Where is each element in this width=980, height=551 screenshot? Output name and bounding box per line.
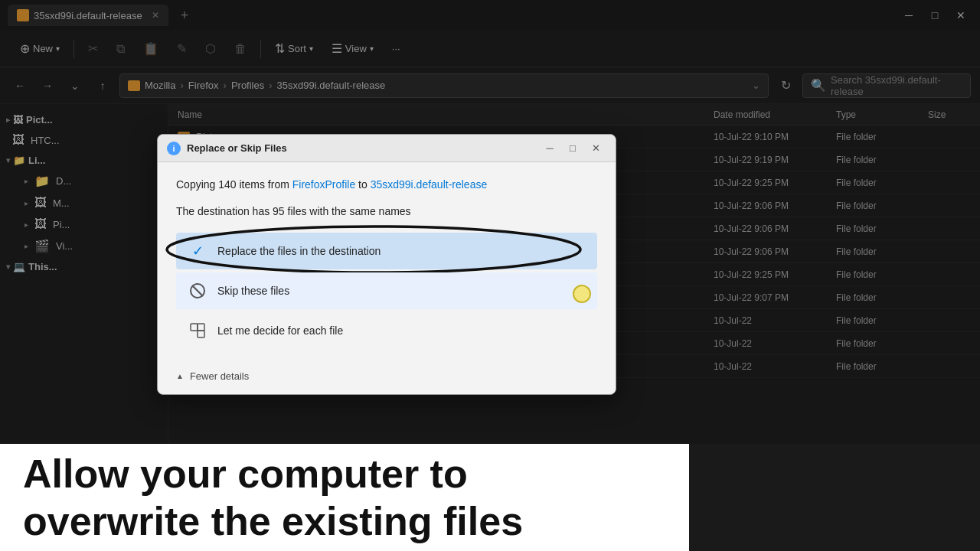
skip-files-label: Skip these files	[217, 285, 289, 297]
decide-files-icon	[187, 320, 208, 341]
subtitle-bar: Allow your computer to overwrite the exi…	[0, 444, 689, 551]
dialog-window-controls: ─ □ ✕	[539, 139, 606, 158]
dialog-close-button[interactable]: ✕	[585, 139, 606, 158]
dialog-copy-info: Copying 140 items from FirefoxProfile to…	[176, 178, 597, 193]
svg-rect-5	[198, 324, 204, 331]
skip-files-icon	[187, 280, 208, 302]
svg-rect-4	[198, 331, 204, 337]
decide-files-option[interactable]: Let me decide for each file	[176, 312, 597, 349]
dialog-title-text: Replace or Skip Files	[187, 142, 533, 154]
replace-files-label: Replace the files in the destination	[217, 245, 381, 257]
fewer-details-label: Fewer details	[190, 370, 249, 382]
source-link[interactable]: FirefoxProfile	[292, 178, 355, 191]
subtitle-text: Allow your computer to overwrite the exi…	[23, 450, 523, 546]
svg-rect-3	[191, 324, 198, 331]
dialog-minimize-button[interactable]: ─	[539, 139, 560, 158]
subtitle-line2: overwrite the existing files	[23, 499, 523, 543]
copy-info-prefix: Copying 140 items from	[176, 178, 292, 191]
fewer-details-chevron-icon: ▲	[176, 372, 184, 380]
dialog-maximize-button[interactable]: □	[562, 139, 583, 158]
subtitle-line1: Allow your computer to	[23, 452, 468, 496]
dest-link[interactable]: 35sxd99i.default-release	[371, 178, 488, 191]
dialog-icon-label: i	[172, 144, 175, 153]
dialog-dest-info: The destination has 95 files with the sa…	[176, 205, 597, 217]
skip-files-option[interactable]: Skip these files	[176, 272, 597, 309]
dialog-info-icon: i	[167, 142, 181, 155]
replace-check-icon: ✓	[187, 240, 208, 262]
dialog-title-bar: i Replace or Skip Files ─ □ ✕	[158, 135, 616, 162]
replace-files-option[interactable]: ✓ Replace the files in the destination	[176, 233, 597, 269]
svg-line-2	[192, 285, 203, 296]
replace-or-skip-dialog: i Replace or Skip Files ─ □ ✕ Copying 14…	[157, 134, 616, 395]
copy-info-mid: to	[355, 178, 370, 191]
skip-icon-svg	[189, 282, 206, 299]
dialog-body: Copying 140 items from FirefoxProfile to…	[158, 162, 616, 364]
decide-files-label: Let me decide for each file	[217, 324, 343, 337]
dialog-footer[interactable]: ▲ Fewer details	[158, 364, 616, 394]
decide-icon-svg	[189, 322, 206, 339]
